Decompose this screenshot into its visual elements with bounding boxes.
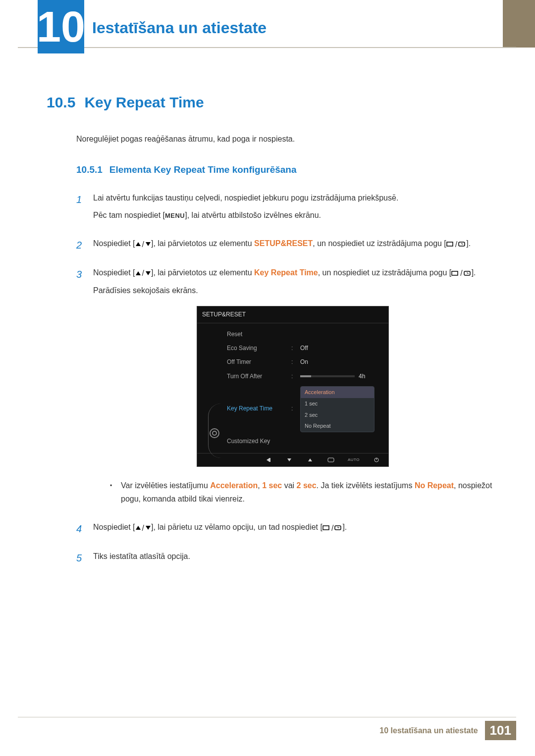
svg-marker-4 (136, 271, 141, 275)
step-4: 4 Nospiediet [/], lai pārietu uz vēlamo … (76, 520, 492, 538)
step-number: 3 (76, 266, 93, 510)
svg-marker-1 (146, 242, 151, 246)
svg-marker-10 (287, 458, 291, 461)
step-text: Nospiediet [/], lai pārvietotos uz eleme… (93, 237, 492, 251)
osd-title: SETUP&RESET (197, 306, 388, 323)
subsection-number: 10.5.1 (76, 164, 103, 175)
hl-norepeat: No Repeat (415, 481, 454, 490)
osd-dropdown: Acceleration 1 sec 2 sec No Repeat (300, 386, 374, 432)
section-title: Key Repeat Time (84, 94, 204, 110)
osd-screenshot: SETUP&RESET Reset (197, 306, 389, 467)
source-enter-icon: / (446, 238, 466, 251)
osd-row-krt: Key Repeat Time : Acceleration 1 sec 2 s… (227, 383, 383, 434)
up-down-icon: / (135, 521, 151, 535)
footer-divider (18, 717, 516, 717)
svg-marker-16 (146, 526, 151, 530)
enter-icon (327, 457, 335, 463)
svg-marker-15 (136, 526, 141, 530)
step-1: 1 Lai atvērtu funkcijas taustiņu ceļvedi… (76, 191, 492, 226)
subsection-title: Elementa Key Repeat Time konfigurēšana (109, 164, 297, 175)
highlight-key-repeat: Key Repeat Time (254, 268, 318, 277)
section-heading: 10.5Key Repeat Time (47, 94, 492, 111)
step-number: 5 (76, 550, 93, 567)
header-divider (18, 47, 516, 48)
source-enter-icon: / (451, 266, 471, 280)
slider (300, 375, 355, 377)
back-icon (265, 457, 272, 463)
step-text: Nospiediet [/], lai pārvietotos uz eleme… (93, 266, 492, 280)
osd-row-custom: Customized Key (227, 434, 383, 448)
steps-list: 1 Lai atvērtu funkcijas taustiņu ceļvedi… (76, 191, 492, 567)
svg-rect-9 (269, 458, 270, 462)
power-icon (373, 457, 380, 463)
step-3: 3 Nospiediet [/], lai pārvietotos uz ele… (76, 266, 492, 510)
hl-acceleration: Acceleration (210, 481, 258, 490)
svg-rect-12 (328, 458, 334, 462)
osd-option-1sec: 1 sec (301, 398, 374, 409)
svg-marker-5 (146, 271, 151, 275)
auto-label: AUTO (348, 456, 360, 463)
step-text: Parādīsies sekojošais ekrāns. (93, 284, 492, 297)
svg-marker-8 (267, 458, 269, 462)
osd-option-acceleration: Acceleration (301, 387, 374, 398)
step-text: Nospiediet [/], lai pārietu uz vēlamo op… (93, 520, 492, 534)
svg-rect-6 (452, 271, 458, 275)
section-number: 10.5 (47, 94, 75, 110)
page-number: 101 (485, 721, 516, 740)
osd-row-reset: Reset (227, 327, 383, 341)
step-5: 5 Tiks iestatīta atlasītā opcija. (76, 550, 492, 567)
step-2: 2 Nospiediet [/], lai pārvietotos uz ele… (76, 237, 492, 254)
osd-row-turnoff: Turn Off After : 4h (227, 369, 383, 383)
step-number: 1 (76, 191, 93, 226)
up-down-icon: / (135, 238, 151, 251)
bullet-icon: • (110, 479, 121, 505)
highlight-setup-reset: SETUP&RESET (254, 239, 313, 248)
up-down-icon: / (135, 266, 151, 280)
svg-marker-11 (308, 458, 312, 461)
section-intro: Noregulējiet pogas reaģēšanas ātrumu, ka… (76, 135, 492, 144)
down-icon (285, 457, 293, 463)
step-text: Pēc tam nospiediet [MENU], lai atvērtu a… (93, 208, 492, 222)
step-text: Lai atvērtu funkcijas taustiņu ceļvedi, … (93, 191, 492, 204)
header-accent (503, 0, 535, 48)
osd-option-norepeat: No Repeat (301, 420, 374, 432)
step-text: Tiks iestatīta atlasītā opcija. (93, 550, 492, 563)
osd-nav-icons: AUTO (197, 453, 388, 466)
osd-row-offtimer: Off Timer : On (227, 355, 383, 369)
step-number: 4 (76, 520, 93, 538)
up-icon (306, 457, 314, 463)
chapter-number-box: 10 (38, 0, 84, 53)
svg-marker-0 (136, 242, 141, 246)
hl-1sec: 1 sec (262, 481, 282, 490)
page-footer: 10 Iestatīšana un atiestate 101 (379, 721, 516, 740)
source-enter-icon: / (322, 521, 342, 535)
osd-row-eco: Eco Saving : Off (227, 341, 383, 355)
bullet-note: • Var izvēlēties iestatījumu Acceleratio… (110, 479, 492, 505)
footer-chapter: 10 Iestatīšana un atiestate (379, 726, 478, 735)
chapter-title: Iestatīšana un atiestate (92, 19, 267, 37)
chapter-number: 10 (37, 5, 85, 49)
osd-option-2sec: 2 sec (301, 409, 374, 421)
hl-2sec: 2 sec (297, 481, 317, 490)
svg-rect-2 (447, 242, 453, 246)
menu-button-label: MENU (165, 212, 185, 219)
step-number: 2 (76, 237, 93, 254)
subsection-heading: 10.5.1Elementa Key Repeat Time konfigurē… (76, 164, 492, 175)
svg-rect-17 (323, 526, 329, 530)
